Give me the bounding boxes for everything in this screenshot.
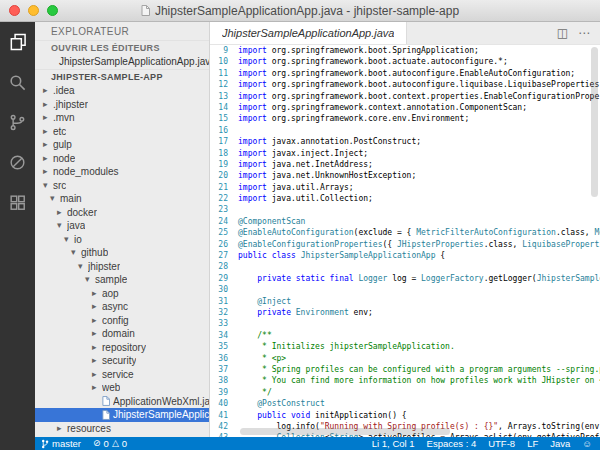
tree-item-service[interactable]: ▸service bbox=[35, 368, 209, 382]
line-number[interactable]: 10 bbox=[210, 56, 238, 67]
tree-item-main[interactable]: ▾main bbox=[35, 192, 209, 206]
code-line[interactable]: 34 /** bbox=[210, 330, 600, 341]
tree-item-web[interactable]: ▸web bbox=[35, 381, 209, 395]
code-line[interactable]: 23 bbox=[210, 204, 600, 215]
line-number[interactable]: 29 bbox=[210, 273, 238, 284]
code-line[interactable]: 22import java.util.Collection; bbox=[210, 193, 600, 204]
line-number[interactable]: 35 bbox=[210, 341, 238, 352]
close-window-button[interactable] bbox=[9, 5, 20, 16]
code-line[interactable]: 12import org.springframework.boot.autoco… bbox=[210, 79, 600, 90]
tree-item-jhipstersampleapplicationapp-java[interactable]: JhipsterSampleApplicationApp.java bbox=[35, 408, 209, 422]
code-line[interactable]: 19import java.net.InetAddress; bbox=[210, 159, 600, 170]
line-number[interactable]: 9 bbox=[210, 45, 238, 56]
line-number[interactable]: 18 bbox=[210, 148, 238, 159]
vertical-scrollbar[interactable] bbox=[591, 47, 598, 197]
code-line[interactable]: 24@ComponentScan bbox=[210, 216, 600, 227]
code-line[interactable]: 30 bbox=[210, 284, 600, 295]
tree-item-docker[interactable]: ▸docker bbox=[35, 206, 209, 220]
tree-item-etc[interactable]: ▸etc bbox=[35, 125, 209, 139]
line-number[interactable]: 42 bbox=[210, 421, 238, 432]
line-number[interactable]: 36 bbox=[210, 353, 238, 364]
code-line[interactable]: 39 */ bbox=[210, 387, 600, 398]
code-line[interactable]: 15import org.springframework.core.env.En… bbox=[210, 113, 600, 124]
line-number[interactable]: 27 bbox=[210, 250, 238, 261]
more-actions-icon[interactable]: ⋯ bbox=[578, 26, 590, 40]
git-branch-indicator[interactable]: master bbox=[41, 438, 81, 449]
line-number[interactable]: 22 bbox=[210, 193, 238, 204]
code-line[interactable]: 20import java.net.UnknownHostException; bbox=[210, 170, 600, 181]
code-line[interactable]: 11import org.springframework.boot.autoco… bbox=[210, 68, 600, 79]
debug-icon[interactable] bbox=[0, 142, 35, 182]
zoom-window-button[interactable] bbox=[47, 5, 58, 16]
tree-item-gulp[interactable]: ▸gulp bbox=[35, 138, 209, 152]
code-editor[interactable]: 9import org.springframework.boot.SpringA… bbox=[210, 45, 600, 437]
horizontal-scrollbar[interactable] bbox=[240, 428, 450, 435]
line-number[interactable]: 32 bbox=[210, 307, 238, 318]
tree-item-config[interactable]: ▸config bbox=[35, 314, 209, 328]
code-line[interactable]: 33 bbox=[210, 318, 600, 329]
tree-item-java[interactable]: ▾java bbox=[35, 219, 209, 233]
line-number[interactable]: 17 bbox=[210, 136, 238, 147]
code-line[interactable]: 16 bbox=[210, 125, 600, 136]
tree-item-domain[interactable]: ▸domain bbox=[35, 327, 209, 341]
code-line[interactable]: 13import org.springframework.boot.contex… bbox=[210, 91, 600, 102]
line-number[interactable]: 38 bbox=[210, 375, 238, 386]
line-number[interactable]: 24 bbox=[210, 216, 238, 227]
line-number[interactable]: 33 bbox=[210, 318, 238, 329]
code-line[interactable]: 41 public void initApplication() { bbox=[210, 410, 600, 421]
line-number[interactable]: 39 bbox=[210, 387, 238, 398]
code-line[interactable]: 31 @Inject bbox=[210, 296, 600, 307]
tree-item--jhipster[interactable]: ▸.jhipster bbox=[35, 98, 209, 112]
line-number[interactable]: 41 bbox=[210, 410, 238, 421]
code-line[interactable]: 27public class JhipsterSampleApplication… bbox=[210, 250, 600, 261]
tree-item-repository[interactable]: ▸repository bbox=[35, 341, 209, 355]
language-mode[interactable]: Java bbox=[550, 438, 570, 449]
code-line[interactable]: 21import java.util.Arrays; bbox=[210, 182, 600, 193]
code-line[interactable]: 9import org.springframework.boot.SpringA… bbox=[210, 45, 600, 56]
line-number[interactable]: 12 bbox=[210, 79, 238, 90]
code-line[interactable]: 10import org.springframework.boot.actuat… bbox=[210, 56, 600, 67]
tree-item-node[interactable]: ▸node bbox=[35, 152, 209, 166]
extensions-icon[interactable] bbox=[0, 182, 35, 222]
code-line[interactable]: 14import org.springframework.context.ann… bbox=[210, 102, 600, 113]
cursor-position[interactable]: Li 1, Col 1 bbox=[372, 438, 415, 449]
tree-item--mvn[interactable]: ▸.mvn bbox=[35, 111, 209, 125]
line-number[interactable]: 40 bbox=[210, 398, 238, 409]
line-number[interactable]: 20 bbox=[210, 170, 238, 181]
code-line[interactable]: 40 @PostConstruct bbox=[210, 398, 600, 409]
tree-item-io[interactable]: ▾io bbox=[35, 233, 209, 247]
feedback-smiley-icon[interactable]: ☺ bbox=[582, 438, 592, 449]
code-line[interactable]: 25@EnableAutoConfiguration(exclude = { M… bbox=[210, 227, 600, 238]
code-line[interactable]: 37 * Spring profiles can be configured w… bbox=[210, 364, 600, 375]
line-number[interactable]: 25 bbox=[210, 227, 238, 238]
open-editor-item[interactable]: JhipsterSampleApplicationApp.java src/m.… bbox=[35, 55, 209, 69]
line-number[interactable]: 19 bbox=[210, 159, 238, 170]
line-number[interactable]: 28 bbox=[210, 261, 238, 272]
code-line[interactable]: 29 private static final Logger log = Log… bbox=[210, 273, 600, 284]
line-number[interactable]: 11 bbox=[210, 68, 238, 79]
split-editor-icon[interactable]: ◫ bbox=[557, 26, 568, 40]
tree-item--idea[interactable]: ▸.idea bbox=[35, 84, 209, 98]
line-number[interactable]: 23 bbox=[210, 204, 238, 215]
code-line[interactable]: 35 * Initializes jhipsterSampleApplicati… bbox=[210, 341, 600, 352]
tree-item-node-modules[interactable]: ▸node_modules bbox=[35, 165, 209, 179]
line-number[interactable]: 34 bbox=[210, 330, 238, 341]
code-line[interactable]: 36 * <p> bbox=[210, 353, 600, 364]
tree-item-github[interactable]: ▾github bbox=[35, 246, 209, 260]
code-line[interactable]: 32 private Environment env; bbox=[210, 307, 600, 318]
line-number[interactable]: 14 bbox=[210, 102, 238, 113]
line-number[interactable]: 15 bbox=[210, 113, 238, 124]
tree-item-async[interactable]: ▸async bbox=[35, 300, 209, 314]
error-warning-indicator[interactable]: ⊘ 0 △ 0 bbox=[93, 438, 127, 449]
search-icon[interactable] bbox=[0, 62, 35, 102]
line-number[interactable]: 13 bbox=[210, 91, 238, 102]
line-number[interactable]: 21 bbox=[210, 182, 238, 193]
eol-setting[interactable]: LF bbox=[527, 438, 538, 449]
open-editors-header[interactable]: OUVRIR LES ÉDITEURS bbox=[35, 40, 209, 55]
line-number[interactable]: 26 bbox=[210, 239, 238, 250]
tree-item-aop[interactable]: ▸aop bbox=[35, 287, 209, 301]
line-number[interactable]: 37 bbox=[210, 364, 238, 375]
tree-item-resources[interactable]: ▸resources bbox=[35, 422, 209, 436]
tab-jhipster-sample-application-app[interactable]: JhipsterSampleApplicationApp.java bbox=[210, 22, 407, 44]
tree-item-src[interactable]: ▾src bbox=[35, 179, 209, 193]
